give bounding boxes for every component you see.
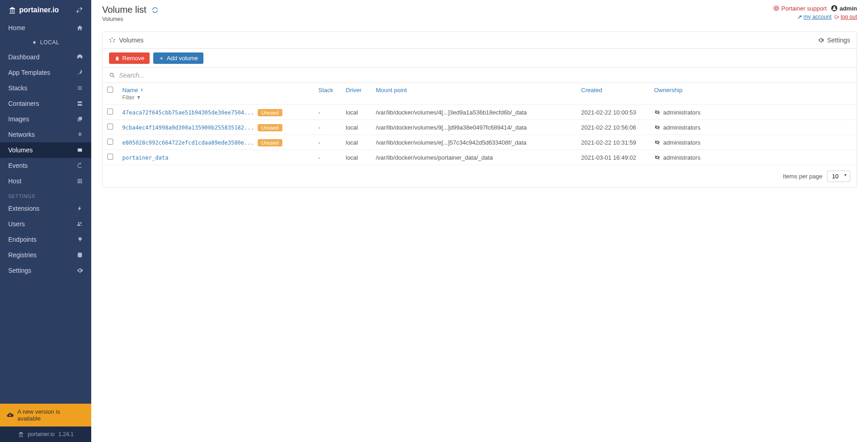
sidebar-item-label: Extensions	[8, 205, 39, 212]
user-circle-icon	[831, 5, 838, 12]
filter-icon[interactable]	[136, 95, 141, 100]
row-checkbox[interactable]	[107, 139, 113, 145]
sidebar-item-label: Volumes	[8, 146, 33, 154]
table-row: 47eaca72f645cbb75ae51b94305de30ee7504...…	[103, 105, 857, 120]
sidebar-item-endpoints[interactable]: Endpoints	[0, 232, 91, 247]
row-checkbox[interactable]	[107, 124, 113, 130]
sign-out-icon	[834, 15, 839, 20]
sidebar-item-label: Endpoints	[8, 236, 36, 243]
volume-name-link[interactable]: 47eaca72f645cbb75ae51b94305de30ee7504...	[122, 109, 254, 116]
sidebar-item-extensions[interactable]: Extensions	[0, 201, 91, 216]
refresh-icon[interactable]	[151, 6, 159, 14]
cogs-icon	[77, 267, 83, 274]
sidebar-item-networks[interactable]: Networks	[0, 127, 91, 142]
table-row: 9cba4ec4f14998a9d300a135900b255835182...…	[103, 120, 857, 135]
table-row: e805028c992c664722efcd1cdaa89ede3580e...…	[103, 135, 857, 150]
cell-mount: /var/lib/docker/volumes/9[...]d99a38e049…	[371, 120, 577, 135]
plug-icon	[77, 236, 83, 243]
sitemap-icon	[77, 131, 83, 138]
sidebar-item-events[interactable]: Events	[0, 158, 91, 173]
owner-text: administrators	[663, 109, 701, 116]
sidebar-item-containers[interactable]: Containers	[0, 96, 91, 111]
cell-ownership: administrators	[650, 150, 857, 165]
row-checkbox[interactable]	[107, 109, 113, 114]
col-stack[interactable]: Stack	[314, 83, 341, 105]
svg-point-0	[774, 6, 779, 11]
unused-badge: Unused	[258, 124, 282, 131]
lifebuoy-icon	[773, 5, 780, 11]
volume-name-link[interactable]: e805028c992c664722efcd1cdaa89ede3580e...	[122, 140, 254, 146]
home-icon	[77, 25, 83, 31]
plug-icon	[32, 41, 36, 45]
panel-settings[interactable]: Settings	[818, 36, 850, 44]
svg-point-4	[110, 73, 113, 76]
col-ownership[interactable]: Ownership	[650, 83, 857, 105]
sidebar-item-label: Registries	[8, 251, 36, 259]
nav-home[interactable]: Home	[0, 20, 91, 36]
brand-logo[interactable]: portainer.io	[8, 5, 59, 15]
cell-created: 2021-03-01 16:49:02	[577, 150, 650, 165]
sidebar-item-label: Stacks	[8, 84, 27, 92]
nav-environment[interactable]: LOCAL	[0, 36, 91, 49]
dashboard-icon	[77, 54, 83, 60]
cell-driver: local	[341, 105, 371, 120]
add-volume-button[interactable]: Add volume	[153, 52, 203, 64]
sidebar-item-settings[interactable]: Settings	[0, 263, 91, 278]
col-name[interactable]: Name Filter	[118, 83, 314, 105]
portainer-logo-icon	[8, 5, 16, 15]
volume-name-link[interactable]: 9cba4ec4f14998a9d300a135900b255835182...	[122, 125, 254, 131]
cell-created: 2021-02-22 10:31:59	[577, 135, 650, 150]
volume-name-link[interactable]: portainer_data	[122, 155, 168, 161]
cell-ownership: administrators	[650, 120, 857, 135]
sidebar-item-images[interactable]: Images	[0, 111, 91, 127]
my-account-link[interactable]: my account	[797, 14, 832, 20]
col-created[interactable]: Created	[577, 83, 650, 105]
cell-created: 2021-02-22 10:00:53	[577, 105, 650, 120]
support-link[interactable]: Portainer support	[773, 5, 827, 12]
table-row: portainer_data-local/var/lib/docker/volu…	[103, 150, 857, 165]
eye-slash-icon	[654, 139, 660, 146]
user-name: admin	[831, 5, 857, 12]
search-input[interactable]	[119, 72, 850, 79]
history-icon	[77, 162, 83, 169]
gear-icon	[818, 37, 824, 43]
logout-link[interactable]: log out	[834, 14, 857, 20]
sidebar-item-host[interactable]: Host	[0, 173, 91, 189]
nav-settings-header: SETTINGS	[0, 189, 91, 201]
brand-name: portainer.io	[19, 6, 59, 14]
items-per-page-select[interactable]: 10	[827, 171, 850, 182]
col-mount[interactable]: Mount point	[371, 83, 577, 105]
owner-text: administrators	[663, 154, 701, 161]
sidebar-item-volumes[interactable]: Volumes	[0, 142, 91, 158]
list-icon	[77, 85, 83, 91]
cell-mount: /var/lib/docker/volumes/e[...]57c34c942d…	[371, 135, 577, 150]
update-banner[interactable]: A new version is available	[0, 404, 91, 426]
hdd-icon	[77, 147, 83, 153]
sidebar-item-users[interactable]: Users	[0, 216, 91, 232]
sidebar-item-label: Containers	[8, 100, 39, 107]
footer-version: portainer.io 1.24.1	[0, 426, 91, 442]
col-driver[interactable]: Driver	[341, 83, 371, 105]
bolt-icon	[77, 205, 83, 212]
cell-ownership: administrators	[650, 135, 857, 150]
sidebar-item-stacks[interactable]: Stacks	[0, 80, 91, 96]
sidebar-item-registries[interactable]: Registries	[0, 247, 91, 263]
cubes-icon	[109, 37, 115, 43]
remove-button[interactable]: Remove	[109, 52, 150, 64]
items-per-page-label: Items per page	[783, 173, 822, 180]
sidebar-item-dashboard[interactable]: Dashboard	[0, 49, 91, 65]
nav: Home LOCAL DashboardApp TemplatesStacksC…	[0, 20, 91, 404]
breadcrumb: Volumes	[102, 16, 159, 22]
sidebar-item-app-templates[interactable]: App Templates	[0, 65, 91, 80]
plus-icon	[159, 56, 164, 61]
exchange-icon[interactable]	[76, 6, 83, 14]
sidebar-item-label: Images	[8, 115, 29, 123]
select-all-checkbox[interactable]	[107, 87, 113, 93]
cell-mount: /var/lib/docker/volumes/4[...]3ed9a1a536…	[371, 105, 577, 120]
cell-created: 2021-02-22 10:56:06	[577, 120, 650, 135]
sidebar-item-label: Host	[8, 177, 21, 185]
row-checkbox[interactable]	[107, 154, 113, 160]
cell-driver: local	[341, 120, 371, 135]
eye-slash-icon	[654, 109, 660, 115]
svg-point-3	[833, 6, 835, 8]
